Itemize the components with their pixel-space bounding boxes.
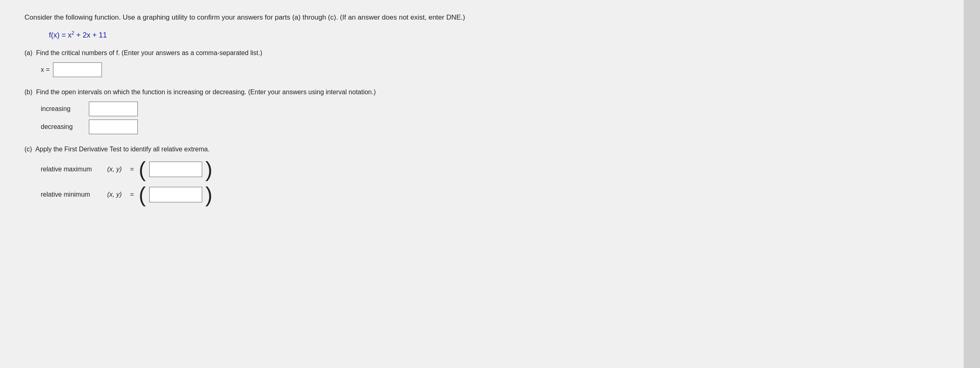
increasing-label: increasing xyxy=(41,105,86,113)
decreasing-input[interactable] xyxy=(89,120,138,134)
part-b-block: (b) Find the open intervals on which the… xyxy=(24,89,939,134)
part-a-text: Find the critical numbers of f. (Enter y… xyxy=(36,49,262,56)
part-b-letter: (b) xyxy=(24,89,33,95)
rel-min-label: relative minimum xyxy=(41,191,104,198)
part-c-label: (c) Apply the First Derivative Test to i… xyxy=(24,146,939,153)
rel-min-open-paren: ( xyxy=(139,184,146,205)
increasing-input[interactable] xyxy=(89,102,138,116)
increasing-row: increasing xyxy=(41,102,939,116)
part-b-label: (b) Find the open intervals on which the… xyxy=(24,89,939,96)
rel-max-open-paren: ( xyxy=(139,159,146,180)
relative-minimum-row: relative minimum (x, y) = ( ) xyxy=(41,184,939,205)
rel-min-close-paren: ) xyxy=(205,184,212,205)
part-a-letter: (a) xyxy=(24,49,33,56)
function-label: f(x) = x xyxy=(49,31,72,39)
critical-numbers-input[interactable] xyxy=(53,62,102,77)
part-c-block: (c) Apply the First Derivative Test to i… xyxy=(24,146,939,205)
part-a-block: (a) Find the critical numbers of f. (Ent… xyxy=(24,49,939,77)
rel-max-label: relative maximum xyxy=(41,166,104,173)
rel-min-xy-label: (x, y) xyxy=(107,191,122,198)
relative-minimum-input[interactable] xyxy=(149,187,202,202)
function-display: f(x) = x2 + 2x + 11 xyxy=(49,30,939,40)
decreasing-label: decreasing xyxy=(41,123,86,131)
intro-text: Consider the following function. Use a g… xyxy=(24,12,939,23)
right-sidebar xyxy=(964,0,980,368)
part-a-label: (a) Find the critical numbers of f. (Ent… xyxy=(24,49,939,57)
rel-max-close-paren: ) xyxy=(205,159,212,180)
rel-min-equals: = xyxy=(130,191,134,198)
part-c-text: Apply the First Derivative Test to ident… xyxy=(35,146,210,153)
critical-numbers-row: x = xyxy=(41,62,939,77)
x-equals-label: x = xyxy=(41,66,50,73)
rel-max-equals: = xyxy=(130,166,134,173)
relative-maximum-row: relative maximum (x, y) = ( ) xyxy=(41,159,939,180)
relative-maximum-input[interactable] xyxy=(149,162,202,177)
main-content: Consider the following function. Use a g… xyxy=(0,0,964,368)
part-b-text: Find the open intervals on which the fun… xyxy=(36,89,375,95)
function-rest: + 2x + 11 xyxy=(74,31,107,39)
rel-max-xy-label: (x, y) xyxy=(107,166,122,173)
decreasing-row: decreasing xyxy=(41,120,939,134)
part-c-letter: (c) xyxy=(24,146,32,153)
